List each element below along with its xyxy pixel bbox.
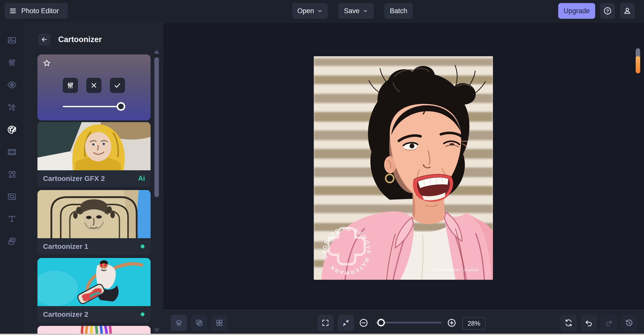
- history-clock-icon: [625, 319, 633, 327]
- sidebar-item-image[interactable]: [4, 32, 20, 48]
- arrow-left-icon: [41, 36, 48, 43]
- tool-rail: [0, 22, 24, 335]
- cancel-effect-button[interactable]: [86, 78, 101, 93]
- editor-canvas[interactable]: UPGRADE TO REMOVE WATERMARK ©cranloalamo…: [163, 22, 644, 310]
- zoom-in-button[interactable]: [444, 315, 460, 331]
- eye-icon: [7, 80, 17, 90]
- effect-label: Cartoonizer GFX 2: [43, 175, 138, 183]
- zoom-slider-handle[interactable]: [377, 319, 385, 326]
- cartoonizer-panel: Cartoonizer: [24, 22, 163, 335]
- scroll-indicator-fill: [636, 56, 640, 73]
- layers-icon: [175, 319, 183, 327]
- reset-button[interactable]: [560, 315, 577, 331]
- effect-label: Cartoonizer 2: [43, 310, 141, 319]
- sidebar-item-graphics[interactable]: [4, 166, 20, 182]
- redo-button[interactable]: [601, 315, 617, 331]
- undo-button[interactable]: [581, 315, 597, 331]
- text-icon: [7, 214, 17, 224]
- ai-badge: Ai: [138, 175, 145, 182]
- sidebar-item-artsy[interactable]: [4, 122, 20, 138]
- panel-scrollbar[interactable]: [154, 57, 159, 197]
- before-after-button[interactable]: [191, 315, 207, 331]
- photo-editor-app: Photo Editor Open Save Batch Upgrade ?: [0, 0, 644, 335]
- batch-label: Batch: [390, 7, 407, 15]
- window-bottom-edge: [0, 334, 644, 335]
- favorite-star-icon[interactable]: [43, 59, 51, 68]
- photo-credit: ©cranloalamom · Unsplash: [432, 268, 478, 272]
- history-button[interactable]: [621, 315, 637, 331]
- refresh-icon: [564, 319, 573, 327]
- collapse-icon: [342, 319, 350, 327]
- close-icon: [90, 82, 98, 89]
- effect-thumbnail: [37, 122, 151, 170]
- shapes-icon: [7, 170, 17, 179]
- overlays-icon: [7, 236, 17, 246]
- effect-card-cartoonizer-gfx-2[interactable]: Cartoonizer GFX 2 Ai: [37, 122, 151, 187]
- fullscreen-button[interactable]: [317, 315, 334, 331]
- main-menu-button[interactable]: Photo Editor: [5, 3, 68, 19]
- zoom-level-value: 28%: [468, 320, 480, 327]
- grid-view-button[interactable]: [211, 315, 227, 331]
- panel-title: Cartoonizer: [58, 33, 102, 46]
- effect-card-cartoonizer-1[interactable]: Cartoonizer 1: [37, 190, 151, 255]
- save-label: Save: [344, 7, 360, 15]
- effect-settings-button[interactable]: [63, 78, 78, 93]
- sidebar-item-textures[interactable]: [4, 189, 20, 205]
- help-icon: ?: [603, 7, 612, 15]
- back-button[interactable]: [38, 33, 50, 46]
- zoom-slider[interactable]: [376, 322, 442, 323]
- effect-thumbnail: [37, 190, 151, 238]
- sidebar-item-effects[interactable]: [4, 99, 20, 115]
- applied-dot-badge: [141, 312, 144, 316]
- frame-icon: [7, 147, 17, 157]
- svg-text:?: ?: [606, 8, 609, 14]
- grid-icon: [215, 319, 224, 327]
- upgrade-button[interactable]: Upgrade: [558, 3, 595, 19]
- layers-button[interactable]: [171, 315, 187, 331]
- sidebar-item-adjust[interactable]: [4, 54, 20, 71]
- intensity-slider-handle[interactable]: [117, 102, 125, 111]
- batch-button[interactable]: Batch: [384, 3, 413, 19]
- scroll-down-arrow[interactable]: [154, 328, 159, 332]
- effect-label: Cartoonizer 1: [43, 243, 141, 251]
- account-button[interactable]: [620, 3, 635, 19]
- texture-icon: [7, 192, 17, 201]
- artwork-image[interactable]: UPGRADE TO REMOVE WATERMARK ©cranloalamo…: [314, 56, 493, 280]
- bottom-toolbar: 28%: [163, 310, 644, 335]
- effect-label-bar: Cartoonizer GFX 2 Ai: [37, 170, 151, 187]
- help-button[interactable]: ?: [600, 3, 615, 19]
- palette-icon: [7, 125, 17, 135]
- upgrade-label: Upgrade: [564, 7, 590, 15]
- user-icon: [623, 7, 632, 15]
- effect-card-cartoonizer-2[interactable]: Cartoonizer 2: [37, 258, 151, 323]
- page-scroll-indicator[interactable]: [636, 48, 640, 73]
- image-icon: [7, 35, 17, 45]
- open-button[interactable]: Open: [292, 3, 328, 19]
- zoom-in-icon: [447, 318, 457, 328]
- redo-icon: [605, 319, 613, 327]
- compare-icon: [195, 319, 203, 327]
- active-effect-card[interactable]: [37, 54, 151, 120]
- sidebar-item-text[interactable]: [4, 211, 20, 227]
- sliders-icon: [66, 81, 74, 89]
- chevron-down-icon: [363, 8, 368, 14]
- scroll-up-arrow[interactable]: [154, 50, 159, 54]
- sidebar-item-focus[interactable]: [4, 77, 20, 93]
- app-title: Photo Editor: [21, 7, 59, 15]
- fit-to-screen-button[interactable]: [338, 315, 354, 331]
- chevron-down-icon: [317, 8, 323, 14]
- fullscreen-icon: [321, 319, 329, 327]
- sidebar-item-overlays[interactable]: [4, 233, 20, 249]
- intensity-slider[interactable]: [63, 106, 125, 107]
- sidebar-item-frames[interactable]: [4, 144, 20, 160]
- apply-effect-button[interactable]: [110, 78, 125, 93]
- open-label: Open: [297, 7, 314, 15]
- save-button[interactable]: Save: [338, 3, 374, 19]
- undo-icon: [585, 319, 593, 327]
- zoom-out-icon: [359, 318, 369, 328]
- zoom-level-display[interactable]: 28%: [462, 317, 486, 330]
- top-bar: Photo Editor Open Save Batch Upgrade ?: [0, 0, 644, 23]
- effect-thumbnail: [37, 258, 151, 306]
- zoom-out-button[interactable]: [356, 315, 372, 331]
- sparkles-icon: [7, 102, 17, 112]
